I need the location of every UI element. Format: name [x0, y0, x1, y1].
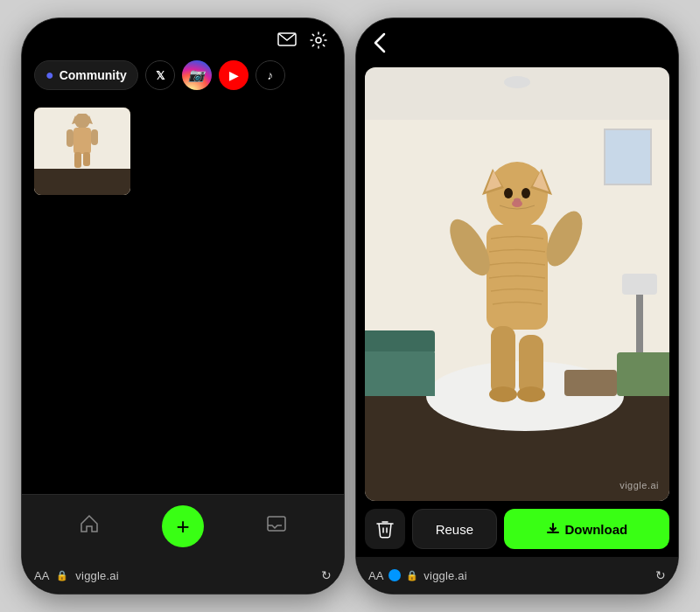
phone2-screen: viggle.ai Reuse Download — [356, 18, 678, 594]
back-button[interactable] — [372, 31, 388, 60]
community-label: Community — [60, 68, 127, 82]
lock-icon: 🔒 — [56, 570, 68, 581]
phone1-address-bar: AA 🔒 viggle.ai ↻ — [22, 557, 344, 594]
phone2-topbar — [356, 18, 678, 67]
svg-rect-7 — [83, 152, 90, 166]
svg-point-16 — [504, 188, 513, 198]
room-ceiling — [365, 67, 669, 120]
inbox-nav-button[interactable] — [266, 513, 287, 539]
home-nav-button[interactable] — [79, 513, 100, 539]
svg-rect-9 — [91, 129, 98, 145]
discord-icon: ● — [46, 67, 54, 83]
svg-rect-23 — [491, 326, 515, 396]
instagram-icon: 📷 — [188, 67, 205, 83]
info-icon[interactable] — [388, 569, 401, 581]
tab-x[interactable]: 𝕏 — [145, 60, 175, 90]
phone2-actions: Reuse Download — [356, 501, 678, 557]
svg-point-17 — [522, 188, 530, 198]
address-domain-2[interactable]: viggle.ai — [424, 569, 467, 582]
delete-button[interactable] — [365, 509, 405, 549]
text-size-control-2[interactable]: AA — [368, 569, 383, 582]
svg-point-19 — [514, 198, 521, 203]
svg-point-1 — [316, 38, 321, 43]
thumb-cat-person — [65, 114, 100, 170]
youtube-icon: ▶ — [229, 69, 238, 82]
lamp-shade — [622, 274, 657, 295]
watermark: viggle.ai — [620, 480, 659, 490]
svg-rect-5 — [74, 128, 91, 154]
bed — [617, 352, 669, 396]
video-preview: viggle.ai — [365, 67, 669, 501]
download-label: Download — [565, 522, 628, 537]
svg-point-11 — [486, 162, 548, 228]
svg-point-26 — [517, 386, 545, 402]
video-thumb-inner — [34, 108, 130, 195]
refresh-icon[interactable]: ↻ — [321, 568, 332, 582]
tab-bar: ● Community 𝕏 📷 ▶ ♪ — [22, 55, 344, 99]
video-grid — [22, 99, 344, 494]
address-domain[interactable]: viggle.ai — [75, 569, 119, 582]
phone1-topbar — [22, 18, 344, 55]
svg-point-25 — [489, 386, 517, 402]
svg-rect-8 — [66, 129, 74, 147]
add-button[interactable]: + — [162, 505, 204, 547]
tab-tiktok[interactable]: ♪ — [256, 60, 285, 90]
reuse-label: Reuse — [436, 522, 473, 537]
svg-rect-6 — [74, 152, 81, 168]
reuse-button[interactable]: Reuse — [412, 509, 497, 549]
settings-icon[interactable] — [309, 31, 328, 50]
tiktok-icon: ♪ — [267, 68, 273, 82]
refresh-icon-2[interactable]: ↻ — [655, 568, 666, 582]
phone1-navbar: + — [22, 494, 344, 557]
phone1-screen: ● Community 𝕏 📷 ▶ ♪ — [22, 18, 344, 594]
tab-community[interactable]: ● Community — [34, 60, 138, 90]
message-icon[interactable] — [277, 32, 297, 48]
sofa — [365, 348, 435, 396]
tab-youtube[interactable]: ▶ — [219, 60, 248, 90]
phone-1: ● Community 𝕏 📷 ▶ ♪ — [21, 17, 345, 595]
phone-2: viggle.ai Reuse Download — [355, 17, 679, 595]
text-size-control[interactable]: AA — [34, 569, 49, 582]
download-button[interactable]: Download — [504, 509, 669, 549]
svg-rect-10 — [268, 517, 285, 531]
x-icon: 𝕏 — [156, 69, 164, 82]
cat-person — [447, 151, 587, 431]
light-fixture — [504, 76, 530, 88]
video-thumbnail[interactable] — [34, 108, 130, 195]
plus-icon: + — [176, 515, 189, 538]
sofa-back — [365, 330, 435, 351]
phone2-address-bar: AA 🔒 viggle.ai ↻ — [356, 557, 678, 594]
tab-instagram[interactable]: 📷 — [182, 60, 212, 90]
lock-icon-2: 🔒 — [406, 570, 418, 581]
thumb-room-floor — [34, 169, 130, 195]
